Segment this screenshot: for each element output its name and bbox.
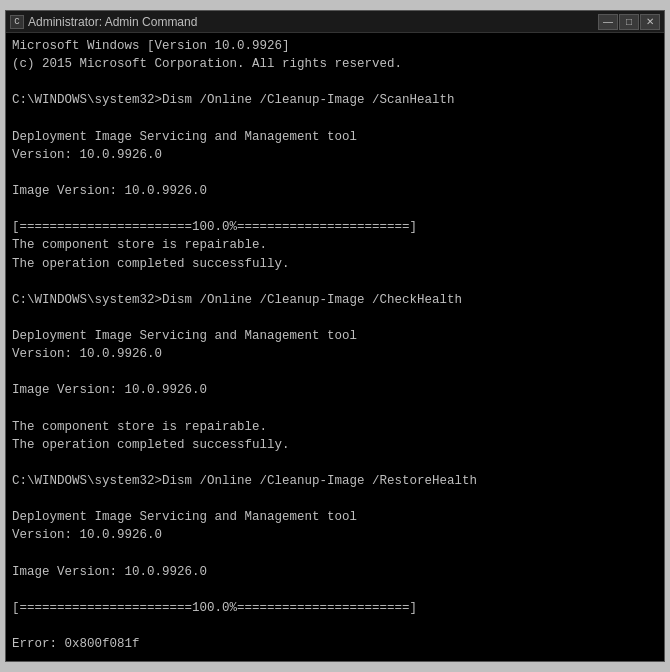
minimize-button[interactable]: — [598,14,618,30]
close-button[interactable]: ✕ [640,14,660,30]
window-title: Administrator: Admin Command [28,15,197,29]
title-bar: C Administrator: Admin Command — □ ✕ [6,11,664,33]
console-output: Microsoft Windows [Version 10.0.9926] (c… [6,33,664,661]
cmd-icon: C [10,15,24,29]
window-controls: — □ ✕ [598,14,660,30]
maximize-button[interactable]: □ [619,14,639,30]
title-bar-left: C Administrator: Admin Command [10,15,197,29]
cmd-window: C Administrator: Admin Command — □ ✕ Mic… [5,10,665,662]
